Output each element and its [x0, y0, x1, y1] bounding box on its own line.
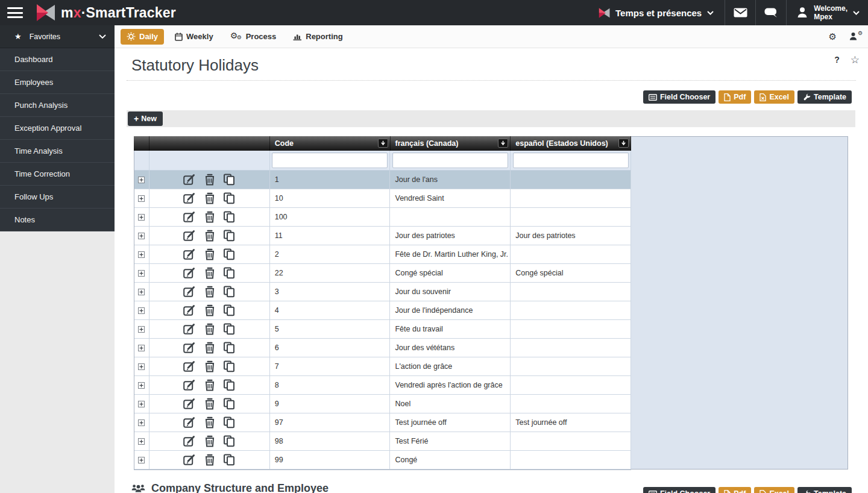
edit-row-button[interactable]	[183, 360, 197, 372]
copy-row-button[interactable]	[223, 192, 235, 204]
expand-row-button[interactable]	[134, 339, 149, 357]
excel-button[interactable]: Excel	[754, 90, 794, 104]
tab-weekly[interactable]: Weekly	[169, 29, 219, 45]
delete-row-button[interactable]	[204, 398, 215, 410]
sidebar-item-time-correction[interactable]: Time Correction	[0, 163, 115, 186]
edit-row-button[interactable]	[183, 435, 197, 447]
template-button[interactable]: Template	[797, 90, 852, 104]
delete-row-button[interactable]	[204, 454, 215, 466]
table-row[interactable]: 11 Jour des patriotes Jour des patriotes	[134, 227, 631, 245]
sidebar-item-follow-ups[interactable]: Follow Ups	[0, 186, 115, 209]
copy-row-button[interactable]	[223, 323, 235, 335]
sidebar-item-punch-analysis[interactable]: Punch Analysis	[0, 94, 115, 117]
table-row[interactable]: 10 Vendredi Saint	[134, 189, 631, 208]
sidebar-item-time-analysis[interactable]: Time Analysis	[0, 140, 115, 163]
copy-row-button[interactable]	[223, 379, 235, 391]
new-button[interactable]: + New	[128, 111, 163, 126]
header-espanol[interactable]: español (Estados Unidos)	[511, 136, 631, 151]
delete-row-button[interactable]	[204, 230, 215, 242]
user-settings-icon[interactable]: ⚙	[849, 32, 862, 42]
delete-row-button[interactable]	[204, 435, 215, 447]
expand-row-button[interactable]	[134, 227, 149, 245]
delete-row-button[interactable]	[204, 304, 215, 316]
table-row[interactable]: 7 L'action de grâce	[134, 357, 631, 376]
expand-row-button[interactable]	[134, 245, 149, 263]
expand-row-button[interactable]	[134, 432, 149, 450]
help-button[interactable]: ?	[834, 55, 840, 64]
edit-row-button[interactable]	[183, 211, 197, 223]
chat-button[interactable]	[756, 0, 786, 25]
copy-row-button[interactable]	[223, 211, 235, 223]
edit-row-button[interactable]	[183, 379, 197, 391]
table-row[interactable]: 97 Test journée off Test journée off	[134, 413, 631, 432]
edit-row-button[interactable]	[183, 323, 197, 335]
table-row[interactable]: 9 Noel	[134, 395, 631, 413]
table-row[interactable]: 99 Congé	[134, 451, 631, 469]
edit-row-button[interactable]	[183, 454, 197, 466]
expand-row-button[interactable]	[134, 357, 149, 375]
table-row[interactable]: 2 Fête de Dr. Martin Luther King, Jr.	[134, 245, 631, 264]
edit-row-button[interactable]	[183, 248, 197, 260]
sidebar-item-employees[interactable]: Employees	[0, 71, 115, 94]
expand-row-button[interactable]	[134, 413, 149, 432]
edit-row-button[interactable]	[183, 342, 197, 354]
table-row[interactable]: 6 Jour des vététans	[134, 339, 631, 357]
delete-row-button[interactable]	[204, 211, 215, 223]
table-row[interactable]: 4 Jour de l'indépendance	[134, 301, 631, 320]
delete-row-button[interactable]	[204, 248, 215, 260]
sidebar-item-exception-approval[interactable]: Exception Approval	[0, 117, 115, 140]
table-row[interactable]: 100	[134, 208, 631, 227]
delete-row-button[interactable]	[204, 416, 215, 429]
delete-row-button[interactable]	[204, 379, 215, 391]
delete-row-button[interactable]	[204, 360, 215, 372]
copy-row-button[interactable]	[223, 360, 235, 372]
table-row[interactable]: 5 Fête du travail	[134, 320, 631, 339]
tab-process[interactable]: ⚙⚙ Process	[224, 29, 283, 45]
copy-row-button[interactable]	[223, 435, 235, 447]
edit-row-button[interactable]	[183, 230, 197, 242]
table-row[interactable]: 3 Jour du souvenir	[134, 283, 631, 301]
copy-row-button[interactable]	[223, 248, 235, 260]
delete-row-button[interactable]	[204, 286, 215, 298]
delete-row-button[interactable]	[204, 174, 215, 186]
field-chooser-button[interactable]: Field Chooser	[643, 90, 715, 104]
module-selector[interactable]: Temps et présences	[587, 0, 725, 25]
filter-dropdown-button[interactable]	[498, 139, 508, 148]
filter-dropdown-button[interactable]	[378, 139, 388, 148]
tab-reporting[interactable]: Reporting	[287, 29, 348, 45]
copy-row-button[interactable]	[223, 398, 235, 410]
filter-code-input[interactable]	[272, 152, 388, 168]
header-francais[interactable]: français (Canada)	[391, 136, 511, 151]
filter-francais-input[interactable]	[392, 152, 508, 168]
edit-row-button[interactable]	[183, 174, 197, 186]
favorites-header[interactable]: ★ Favorites	[0, 25, 115, 48]
copy-row-button[interactable]	[223, 230, 235, 242]
messages-button[interactable]	[725, 0, 755, 25]
filter-espanol-input[interactable]	[513, 152, 629, 168]
expand-row-button[interactable]	[134, 283, 149, 301]
expand-row-button[interactable]	[134, 301, 149, 319]
tab-daily[interactable]: Daily	[121, 29, 164, 45]
copy-row-button[interactable]	[223, 454, 235, 466]
delete-row-button[interactable]	[204, 267, 215, 279]
delete-row-button[interactable]	[204, 323, 215, 335]
settings-gear-icon[interactable]: ⚙	[829, 31, 837, 42]
table-row[interactable]: 98 Test Férié	[134, 432, 631, 451]
expand-row-button[interactable]	[134, 171, 149, 189]
expand-row-button[interactable]	[134, 189, 149, 207]
table-row[interactable]: 1 Jour de l'ans	[134, 171, 631, 189]
field-chooser-button[interactable]: Field Chooser	[643, 487, 715, 493]
table-row[interactable]: 8 Vendredi après l'action de grâce	[134, 376, 631, 395]
expand-row-button[interactable]	[134, 395, 149, 413]
edit-row-button[interactable]	[183, 398, 197, 410]
table-row[interactable]: 22 Congé spécial Congé spécial	[134, 264, 631, 283]
copy-row-button[interactable]	[223, 174, 235, 186]
expand-row-button[interactable]	[134, 264, 149, 282]
delete-row-button[interactable]	[204, 192, 215, 204]
expand-row-button[interactable]	[134, 320, 149, 338]
excel-button[interactable]: Excel	[754, 487, 794, 493]
edit-row-button[interactable]	[183, 416, 197, 429]
expand-row-button[interactable]	[134, 376, 149, 394]
edit-row-button[interactable]	[183, 286, 197, 298]
template-button[interactable]: Template	[797, 487, 852, 493]
